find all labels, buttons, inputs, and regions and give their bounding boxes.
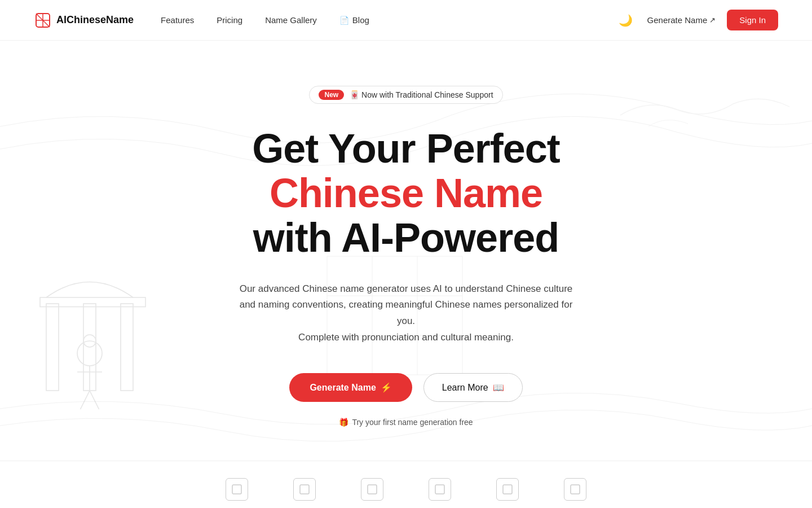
logo-text: AIChineseName [56,14,134,26]
hero-badge: New 🀄 Now with Traditional Chinese Suppo… [309,86,502,104]
nav-right: 🌙 Generate Name ↗ Sign In [615,10,778,30]
navbar: AIChineseName Features Pricing Name Gall… [0,0,812,41]
nav-features[interactable]: Features [161,15,194,25]
hero-buttons: Generate Name ⚡ Learn More 📖 [34,373,778,402]
generate-name-button[interactable]: Generate Name ⚡ [289,373,412,402]
svg-rect-25 [435,485,444,494]
learn-more-button[interactable]: Learn More 📖 [423,373,523,402]
lightning-icon: ⚡ [381,382,392,393]
logo-5 [496,478,519,501]
gift-icon: 🎁 [339,418,348,427]
logo-1-icon [231,484,242,495]
logo-icon [34,11,52,29]
logo-2-icon [299,484,310,495]
dark-mode-toggle[interactable]: 🌙 [615,10,636,30]
hero-content: New 🀄 Now with Traditional Chinese Suppo… [34,86,778,427]
logo-6 [564,478,586,501]
logo-3 [361,478,383,501]
book-icon: 📖 [493,382,504,393]
svg-rect-23 [300,485,309,494]
nav-blog[interactable]: 📄 Blog [339,15,369,25]
svg-rect-26 [503,485,512,494]
logo-5-icon [502,484,513,495]
logos-strip [0,461,812,508]
logo-3-icon [367,484,378,495]
badge-text: 🀄 Now with Traditional Chinese Support [350,90,493,99]
nav-name-gallery[interactable]: Name Gallery [265,15,317,25]
svg-rect-27 [571,485,580,494]
logo-4-icon [434,484,445,495]
external-link-icon: ↗ [709,16,716,24]
logo-2 [293,478,316,501]
nav-links: Features Pricing Name Gallery 📄 Blog [161,15,615,25]
logo-1 [226,478,248,501]
sign-in-button[interactable]: Sign In [727,10,778,30]
logo-link[interactable]: AIChineseName [34,11,134,29]
svg-rect-22 [232,485,241,494]
nav-pricing[interactable]: Pricing [217,15,242,25]
hero-headline: Get Your Perfect Chinese Name with AI-Po… [34,126,778,261]
generate-name-nav-link[interactable]: Generate Name ↗ [647,15,716,25]
free-trial-note: 🎁 Try your first name generation free [34,418,778,427]
blog-icon: 📄 [339,16,349,25]
logo-4 [429,478,451,501]
hero-section: New 🀄 Now with Traditional Chinese Suppo… [0,41,812,461]
svg-rect-24 [368,485,377,494]
hero-description: Our advanced Chinese name generator uses… [203,281,609,347]
badge-new-label: New [319,90,344,100]
logo-6-icon [570,484,581,495]
